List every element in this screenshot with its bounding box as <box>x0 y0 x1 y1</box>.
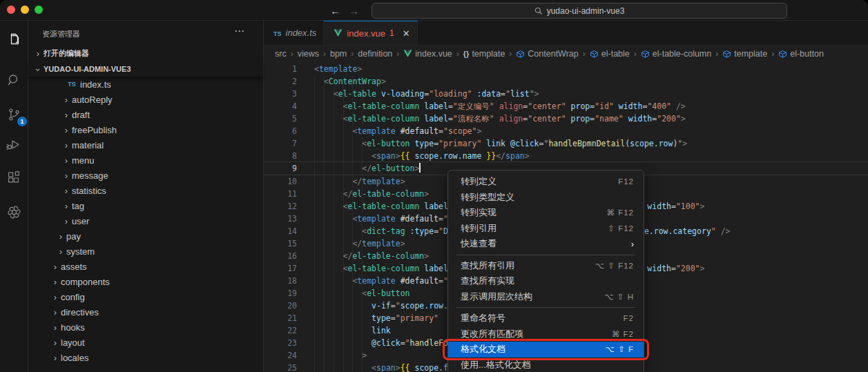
tree-item-user[interactable]: ›user <box>28 213 263 228</box>
tab-bar: TSindex.tsindex.vue1✕ <box>264 21 868 46</box>
menu-item-转到定义[interactable]: 转到定义F12 <box>448 174 644 190</box>
breadcrumb-item-el-button[interactable]: el-button <box>778 49 824 59</box>
sidebar-title: 资源管理器 <box>42 29 80 39</box>
menu-item-转到类型定义[interactable]: 转到类型定义 <box>448 190 644 206</box>
chevron-right-icon: › <box>61 155 72 166</box>
code-line-7[interactable]: 7 <el-button type="primary" link @click=… <box>264 137 868 150</box>
breadcrumb-item-bpm[interactable]: bpm <box>330 49 347 59</box>
tab-index-ts[interactable]: TSindex.ts <box>264 21 324 45</box>
section-open-editors[interactable]: › 打开的编辑器 <box>28 46 263 61</box>
tree-item-assets[interactable]: ›assets <box>28 259 263 274</box>
menu-item-快速查看[interactable]: 快速查看› <box>448 236 644 252</box>
code-line-text: > <box>314 349 367 362</box>
activity-openai-icon[interactable] <box>5 203 23 221</box>
tree-item-material[interactable]: ›material <box>28 137 263 153</box>
code-line-text: </template> <box>314 175 405 188</box>
breadcrumb-item-src[interactable]: src <box>275 49 287 59</box>
close-icon[interactable]: ✕ <box>403 28 410 39</box>
tree-item-tag[interactable]: ›tag <box>28 198 263 213</box>
menu-item-格式化文档[interactable]: 格式化文档⌥ ⇧ F <box>448 342 644 358</box>
activity-source-control-icon[interactable]: 1 <box>5 106 23 124</box>
code-line-6[interactable]: 6 <template #default="scope"> <box>264 125 868 137</box>
tree-item-components[interactable]: ›components <box>28 274 263 289</box>
tree-item-draft[interactable]: ›draft <box>28 107 263 122</box>
symbol-element-icon <box>590 50 599 59</box>
tree-item-label: components <box>61 277 110 287</box>
nav-back-button[interactable]: ← <box>330 5 340 17</box>
tree-item-locales[interactable]: ›locales <box>28 350 263 365</box>
tree-item-index-ts[interactable]: TSindex.ts <box>28 77 263 92</box>
menu-separator <box>456 255 635 255</box>
breadcrumb-item-indexvue[interactable]: index.vue <box>403 49 452 59</box>
tree-item-hooks[interactable]: ›hooks <box>28 320 263 335</box>
code-line-3[interactable]: 3 <el-table v-loading="loading" :data="l… <box>264 88 868 100</box>
tree-item-pay[interactable]: ›pay <box>28 228 263 244</box>
close-window-button[interactable] <box>7 6 15 14</box>
section-project-root[interactable]: › YUDAO-UI-ADMIN-VUE3 <box>28 61 263 77</box>
menu-item-重命名符号[interactable]: 重命名符号F2 <box>448 311 644 326</box>
tab-index-vue[interactable]: index.vue1✕ <box>324 21 417 45</box>
zoom-window-button[interactable] <box>35 6 43 14</box>
tree-item-menu[interactable]: ›menu <box>28 153 263 168</box>
activity-explorer-icon[interactable] <box>5 31 23 49</box>
code-line-text: <el-table-column label="定义编号" align="cen… <box>314 100 686 112</box>
tree-item-message[interactable]: ›message <box>28 168 263 183</box>
breadcrumb-item-views[interactable]: views <box>298 49 319 59</box>
breadcrumb-label: definition <box>358 49 392 59</box>
command-center[interactable]: yudao-ui-admin-vue3 <box>372 3 787 19</box>
line-number: 19 <box>264 287 297 300</box>
tree-item-layout[interactable]: ›layout <box>28 335 263 350</box>
menu-item-使用格式化文档[interactable]: 使用...格式化文档 <box>448 358 644 372</box>
menu-item-shortcut: ⌥ ⇧ F <box>606 344 634 354</box>
tree-item-label: material <box>72 140 104 150</box>
tree-item-config[interactable]: ›config <box>28 289 263 304</box>
breadcrumb-item-template[interactable]: template <box>722 49 767 59</box>
code-line-4[interactable]: 4 <el-table-column label="定义编号" align="c… <box>264 100 868 112</box>
chevron-right-icon: › <box>50 307 61 317</box>
breadcrumb-separator-icon: › <box>323 49 326 59</box>
activity-run-debug-icon[interactable] <box>5 135 23 153</box>
line-number: 20 <box>264 300 297 312</box>
breadcrumb-item-ContentWrap[interactable]: ContentWrap <box>516 49 578 59</box>
tree-item-label: index.ts <box>80 79 111 90</box>
code-line-2[interactable]: 2 <ContentWrap> <box>264 75 868 88</box>
line-number: 14 <box>264 225 297 237</box>
breadcrumb-item-definition[interactable]: definition <box>358 49 392 59</box>
menu-item-转到引用[interactable]: 转到引用⇧ F12 <box>448 221 644 237</box>
tree-item-label: user <box>72 216 89 226</box>
tree-item-freePublish[interactable]: ›freePublish <box>28 122 263 137</box>
tree-item-system[interactable]: ›system <box>28 244 263 259</box>
menu-item-更改所有匹配项[interactable]: 更改所有匹配项⌘ F2 <box>448 326 644 342</box>
menu-item-转到实现[interactable]: 转到实现⌘ F12 <box>448 205 644 221</box>
line-number: 12 <box>264 200 297 213</box>
activity-extensions-icon[interactable] <box>5 169 23 187</box>
menu-item-显示调用层次结构[interactable]: 显示调用层次结构⌥ ⇧ H <box>448 289 644 305</box>
breadcrumb-item-el-table[interactable]: el-table <box>590 49 630 59</box>
activity-search-icon[interactable] <box>5 71 23 89</box>
chevron-right-icon: › <box>50 277 61 287</box>
tree-item-autoReply[interactable]: ›autoReply <box>28 92 263 107</box>
chevron-right-icon: › <box>61 216 72 226</box>
nav-forward-button[interactable]: → <box>349 5 359 17</box>
tree-item-directives[interactable]: ›directives <box>28 304 263 320</box>
file-tree: ›accountTSindex.ts›autoReply›draft›freeP… <box>28 68 263 372</box>
menu-item-查找所有实现[interactable]: 查找所有实现 <box>448 273 644 289</box>
breadcrumb-item-template[interactable]: {}template <box>463 49 505 59</box>
command-center-text: yudao-ui-admin-vue3 <box>547 6 625 16</box>
code-line-5[interactable]: 5 <el-table-column label="流程名称" align="c… <box>264 112 868 125</box>
code-line-1[interactable]: 1<template> <box>264 63 868 75</box>
tree-item-statistics[interactable]: ›statistics <box>28 183 263 198</box>
minimize-window-button[interactable] <box>21 6 29 14</box>
code-line-8[interactable]: 8 <span>{{ scope.row.name }}</span> <box>264 150 868 162</box>
line-number: 13 <box>264 213 297 225</box>
code-line-text: <ContentWrap> <box>314 75 386 88</box>
symbol-element-icon <box>778 50 787 59</box>
chevron-right-icon: › <box>50 262 61 272</box>
breadcrumb-separator-icon: › <box>351 49 354 59</box>
menu-item-查找所有引用[interactable]: 查找所有引用⌥ ⇧ F12 <box>448 258 644 274</box>
line-number: 5 <box>264 112 297 125</box>
breadcrumb-label: el-table <box>601 49 630 59</box>
menu-item-label: 快速查看 <box>461 237 496 250</box>
more-actions-icon[interactable]: ⋯ <box>234 25 245 37</box>
breadcrumb-item-el-table-column[interactable]: el-table-column <box>641 49 711 59</box>
